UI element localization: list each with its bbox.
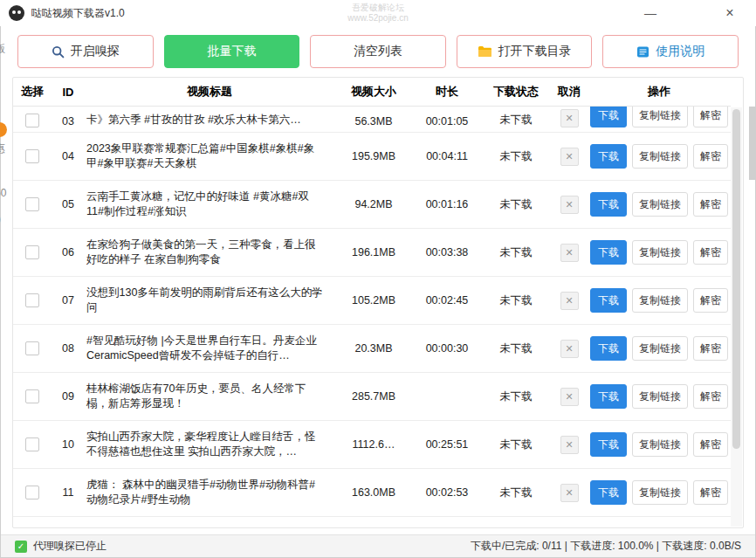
row-checkbox[interactable] bbox=[25, 437, 39, 451]
row-decrypt-button[interactable]: 解密 bbox=[693, 336, 728, 361]
row-title: 云南手工黄冰糖，记忆中的好味道 #黄冰糖#双11#制作过程#涨知识 bbox=[85, 189, 334, 219]
row-id: 04 bbox=[52, 150, 85, 162]
row-cancel-button[interactable]: ✕ bbox=[560, 196, 579, 214]
help-button[interactable]: 使用说明 bbox=[602, 35, 739, 68]
row-status: 未下载 bbox=[481, 341, 551, 356]
row-decrypt-button[interactable]: 解密 bbox=[693, 107, 728, 127]
start-sniff-button[interactable]: 开启嗅探 bbox=[17, 35, 154, 68]
table-row: 06 在家给狗子做美食的第一天，三种零食，看上很好吃的样子 在家自制狗零食 19… bbox=[13, 229, 731, 277]
batch-download-button[interactable]: 批量下载 bbox=[164, 35, 300, 68]
row-size: 94.2MB bbox=[334, 198, 413, 210]
row-status: 未下载 bbox=[481, 149, 551, 164]
download-progress-text: 下载中/已完成: 0/11 | 下载进度: 100.0% | 下载速度: 0.0… bbox=[471, 539, 741, 554]
manual-book-icon bbox=[636, 45, 649, 59]
clear-list-label: 清空列表 bbox=[354, 44, 402, 59]
start-sniff-label: 开启嗅探 bbox=[71, 44, 120, 59]
row-title: #智见酷玩好物 |今天是世界自行车日。丹麦企业CeramicSpeed曾研发不会… bbox=[85, 334, 334, 363]
header-id: ID bbox=[52, 86, 85, 99]
batch-download-label: 批量下载 bbox=[207, 44, 256, 59]
row-copy-link-button[interactable]: 复制链接 bbox=[632, 480, 688, 505]
row-cancel-button[interactable]: ✕ bbox=[560, 388, 579, 406]
row-copy-link-button[interactable]: 复制链接 bbox=[632, 288, 688, 313]
row-cancel-button[interactable]: ✕ bbox=[560, 109, 579, 127]
watermark-line2: www.52pojie.cn bbox=[347, 13, 408, 24]
background-text-fragment: 60 bbox=[0, 187, 10, 199]
row-download-button[interactable]: 下载 bbox=[590, 432, 627, 457]
row-decrypt-button[interactable]: 解密 bbox=[693, 480, 728, 505]
row-title: 桂林榕湖饭店有70年历史，要员、名人经常下榻，新店筹形显现！ bbox=[85, 382, 334, 411]
row-checkbox[interactable] bbox=[25, 149, 39, 163]
open-download-dir-button[interactable]: 打开下载目录 bbox=[457, 35, 593, 68]
row-size: 195.9MB bbox=[334, 150, 413, 162]
row-id: 11 bbox=[52, 486, 85, 499]
row-duration: 00:03:38 bbox=[413, 246, 481, 258]
row-duration: 00:00:30 bbox=[413, 342, 481, 355]
row-cancel-button[interactable]: ✕ bbox=[560, 292, 579, 310]
row-copy-link-button[interactable]: 复制链接 bbox=[632, 384, 688, 409]
row-cancel-button[interactable]: ✕ bbox=[560, 148, 579, 166]
table-row: 07 没想到130多年前发明的雨刷背后还有这么大的学问 105.2MB 00:0… bbox=[13, 277, 731, 325]
row-checkbox[interactable] bbox=[25, 486, 39, 499]
row-title: 在家给狗子做美食的第一天，三种零食，看上很好吃的样子 在家自制狗零食 bbox=[85, 238, 334, 267]
row-copy-link-button[interactable]: 复制链接 bbox=[632, 432, 688, 457]
clear-list-button[interactable]: 清空列表 bbox=[310, 35, 446, 68]
header-title: 视频标题 bbox=[85, 84, 334, 100]
titlebar: 哒哒视频下载器v1.0 吾爱破解论坛 www.52pojie.cn — × bbox=[0, 0, 756, 26]
row-copy-link-button[interactable]: 复制链接 bbox=[632, 192, 688, 217]
close-button[interactable]: × bbox=[717, 0, 743, 26]
row-title: 实拍山西乔家大院，豪华程度让人瞠目结舌，怪不得慈禧也想住这里 实拍山西乔家大院，… bbox=[85, 430, 334, 459]
row-copy-link-button[interactable]: 复制链接 bbox=[632, 240, 688, 265]
row-download-button[interactable]: 下载 bbox=[590, 192, 627, 217]
table-body: 03 卡》第六季 #甘孜的甘孜 #欢乐大林卡第六… 56.3MB 00:01:0… bbox=[13, 107, 731, 527]
row-copy-link-button[interactable]: 复制链接 bbox=[632, 107, 688, 127]
toolbar: 开启嗅探 批量下载 清空列表 打开下载目录 使用说明 bbox=[17, 35, 739, 68]
row-cancel-button[interactable]: ✕ bbox=[560, 340, 579, 358]
row-duration: 00:01:05 bbox=[413, 115, 481, 127]
proxy-status-text: 代理嗅探已停止 bbox=[33, 539, 107, 554]
row-size: 105.2MB bbox=[334, 294, 413, 307]
header-cancel: 取消 bbox=[551, 84, 588, 100]
row-checkbox[interactable] bbox=[25, 293, 39, 307]
row-size: 196.1MB bbox=[334, 246, 413, 258]
row-decrypt-button[interactable]: 解密 bbox=[693, 240, 728, 265]
background-text-fragment: 惠 bbox=[0, 141, 10, 156]
row-cancel-button[interactable]: ✕ bbox=[560, 484, 579, 502]
row-checkbox[interactable] bbox=[25, 245, 39, 259]
row-checkbox[interactable] bbox=[25, 197, 39, 211]
row-status: 未下载 bbox=[481, 389, 551, 404]
row-title: 2023象甲联赛常规赛汇总篇#中国象棋#象棋#象甲#象甲联赛#天天象棋 bbox=[85, 141, 334, 171]
row-id: 08 bbox=[52, 342, 85, 355]
row-decrypt-button[interactable]: 解密 bbox=[693, 432, 728, 457]
app-window: { "window": { "title": "哒哒视频下载器v1.0", "w… bbox=[0, 0, 756, 558]
row-title: 卡》第六季 #甘孜的甘孜 #欢乐大林卡第六… bbox=[85, 113, 334, 127]
row-status: 未下载 bbox=[481, 486, 551, 500]
row-decrypt-button[interactable]: 解密 bbox=[693, 192, 728, 217]
row-download-button[interactable]: 下载 bbox=[590, 240, 627, 265]
row-download-button[interactable]: 下载 bbox=[590, 144, 627, 169]
table-row: 04 2023象甲联赛常规赛汇总篇#中国象棋#象棋#象甲#象甲联赛#天天象棋 1… bbox=[13, 133, 731, 181]
row-copy-link-button[interactable]: 复制链接 bbox=[632, 336, 688, 361]
row-download-button[interactable]: 下载 bbox=[590, 384, 627, 409]
row-cancel-button[interactable]: ✕ bbox=[560, 244, 579, 262]
row-checkbox[interactable] bbox=[25, 389, 39, 403]
row-cancel-button[interactable]: ✕ bbox=[560, 436, 579, 454]
scrollbar-thumb[interactable] bbox=[732, 109, 740, 449]
row-title: 没想到130多年前发明的雨刷背后还有这么大的学问 bbox=[85, 286, 334, 315]
row-decrypt-button[interactable]: 解密 bbox=[693, 384, 728, 409]
row-checkbox[interactable] bbox=[25, 114, 39, 127]
row-download-button[interactable]: 下载 bbox=[590, 336, 627, 361]
row-size: 20.3MB bbox=[334, 342, 413, 355]
table-row: 05 云南手工黄冰糖，记忆中的好味道 #黄冰糖#双11#制作过程#涨知识 94.… bbox=[13, 181, 731, 229]
minimize-button[interactable]: — bbox=[637, 0, 663, 26]
row-decrypt-button[interactable]: 解密 bbox=[693, 144, 728, 169]
header-select: 选择 bbox=[13, 84, 52, 100]
row-download-button[interactable]: 下载 bbox=[590, 480, 627, 505]
row-copy-link-button[interactable]: 复制链接 bbox=[632, 144, 688, 169]
row-id: 03 bbox=[52, 115, 85, 127]
row-decrypt-button[interactable]: 解密 bbox=[693, 288, 728, 313]
row-download-button[interactable]: 下载 bbox=[590, 288, 627, 313]
proxy-status-check-icon: ✓ bbox=[15, 541, 27, 553]
row-status: 未下载 bbox=[481, 245, 551, 260]
row-checkbox[interactable] bbox=[25, 341, 39, 355]
row-download-button[interactable]: 下载 bbox=[590, 107, 627, 127]
